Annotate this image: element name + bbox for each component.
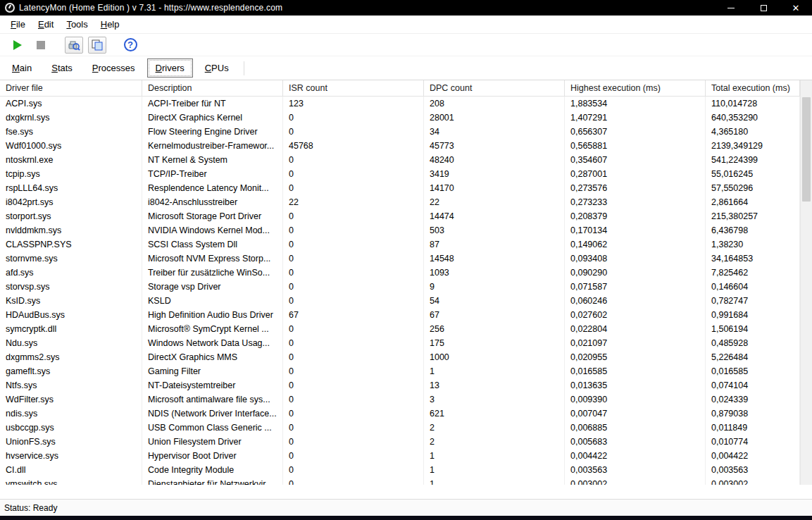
table-row[interactable]: dxgkrnl.sysDirectX Graphics Kernel028001… <box>0 111 800 125</box>
table-cell: 621 <box>424 407 565 421</box>
table-cell: 34 <box>424 125 565 139</box>
table-cell: 0 <box>283 167 424 181</box>
table-cell: 0,027602 <box>565 308 706 322</box>
table-cell: 0,485928 <box>706 336 800 350</box>
table-cell: WdFilter.sys <box>0 392 142 407</box>
table-cell: storport.sys <box>0 209 142 223</box>
table-cell: 541,224399 <box>706 153 800 167</box>
tab-processes[interactable]: Processes <box>85 59 143 77</box>
menu-item-help[interactable]: Help <box>94 17 126 32</box>
help-button[interactable]: ? <box>121 37 139 54</box>
table-cell: i8042prt.sys <box>0 195 142 209</box>
table-cell: 640,353290 <box>706 111 800 125</box>
table-cell: 0,090290 <box>565 266 706 280</box>
start-monitor-button[interactable] <box>8 37 27 54</box>
table-cell: 0,208379 <box>565 209 706 223</box>
table-cell: 0,273576 <box>565 181 706 195</box>
column-header-highest-execution-ms-[interactable]: Highest execution (ms) <box>565 80 706 96</box>
stop-monitor-button[interactable] <box>32 37 50 54</box>
table-row[interactable]: HDAudBus.sysHigh Definition Audio Bus Dr… <box>0 308 800 322</box>
driver-tool-button[interactable] <box>65 37 83 54</box>
table-cell: 0 <box>283 153 424 167</box>
tab-stats[interactable]: Stats <box>44 59 80 77</box>
copy-icon <box>91 39 104 51</box>
table-row[interactable]: i8042prt.sysi8042-Anschlusstreiber22220,… <box>0 195 800 209</box>
table-row[interactable]: gameflt.sysGaming Filter010,0165850,0165… <box>0 364 800 378</box>
table-cell: 1 <box>424 449 565 463</box>
column-header-driver-file[interactable]: Driver file <box>0 80 142 96</box>
table-row[interactable]: WdFilter.sysMicrosoft antimalware file s… <box>0 392 800 407</box>
table-cell: 0,009390 <box>565 392 706 407</box>
driver-search-icon <box>68 39 80 51</box>
table-cell: NT-Dateisystemtreiber <box>142 378 283 392</box>
table-cell: 0 <box>283 350 424 364</box>
column-header-total-execution-ms-[interactable]: Total execution (ms) <box>706 80 800 96</box>
column-header-description[interactable]: Description <box>142 80 283 96</box>
table-cell: 208 <box>424 97 565 111</box>
table-cell: 1 <box>424 477 565 485</box>
table-cell: vmswitch.sys <box>0 477 142 485</box>
table-row[interactable]: hvservice.sysHypervisor Boot Driver010,0… <box>0 449 800 463</box>
minimize-button[interactable] <box>715 0 747 16</box>
table-cell: 2,861664 <box>706 195 800 209</box>
table-cell: 14548 <box>424 252 565 266</box>
table-row[interactable]: vmswitch.sysDienstanbieter für Netzwerkv… <box>0 477 800 485</box>
table-cell: 0,016585 <box>565 364 706 378</box>
table-cell: 48240 <box>424 153 565 167</box>
table-row[interactable]: ndis.sysNDIS (Network Driver Interface..… <box>0 407 800 421</box>
menu-item-edit[interactable]: Edit <box>32 17 60 32</box>
column-header-dpc-count[interactable]: DPC count <box>424 80 565 96</box>
table-row[interactable]: Wdf01000.sysKernelmodustreiber-Framewor.… <box>0 139 800 153</box>
table-row[interactable]: CI.dllCode Integrity Module010,0035630,0… <box>0 463 800 477</box>
table-cell: ndis.sys <box>0 407 142 421</box>
maximize-button[interactable] <box>747 0 780 16</box>
table-cell: 9 <box>424 280 565 294</box>
menu-item-tools[interactable]: Tools <box>60 17 94 32</box>
tab-main[interactable]: Main <box>4 59 39 77</box>
table-row[interactable]: usbccgp.sysUSB Common Class Generic ...0… <box>0 421 800 435</box>
table-row[interactable]: fse.sysFlow Steering Engine Driver0340,6… <box>0 125 800 139</box>
table-cell: Wdf01000.sys <box>0 139 142 153</box>
table-row[interactable]: Ntfs.sysNT-Dateisystemtreiber0130,013635… <box>0 378 800 392</box>
status-bar: Status: Ready <box>0 499 812 516</box>
table-row[interactable]: UnionFS.sysUnion Filesystem Driver020,00… <box>0 435 800 449</box>
table-cell: 123 <box>283 97 424 111</box>
table-cell: 28001 <box>424 111 565 125</box>
table-row[interactable]: afd.sysTreiber für zusätzliche WinSo...0… <box>0 266 800 280</box>
table-cell: 2139,349129 <box>706 139 800 153</box>
help-icon: ? <box>124 38 137 51</box>
table-row[interactable]: dxgmms2.sysDirectX Graphics MMS010000,02… <box>0 350 800 364</box>
close-button[interactable]: ✕ <box>780 0 812 16</box>
table-cell: Hypervisor Boot Driver <box>142 449 283 463</box>
tab-drivers[interactable]: Drivers <box>147 58 193 78</box>
table-cell: ACPI.sys <box>0 97 142 111</box>
table-cell: 0,273233 <box>565 195 706 209</box>
table-row[interactable]: KsID.sysKSLD0540,0602460,782747 <box>0 294 800 308</box>
table-row[interactable]: symcryptk.dllMicrosoft® SymCrypt Kernel … <box>0 322 800 336</box>
table-cell: 0,004422 <box>706 449 800 463</box>
vertical-scrollbar[interactable] <box>800 80 812 485</box>
table-row[interactable]: storport.sysMicrosoft Storage Port Drive… <box>0 209 800 223</box>
table-cell: 67 <box>424 308 565 322</box>
table-cell: 1,883534 <box>565 97 706 111</box>
table-row[interactable]: ACPI.sysACPI-Treiber für NT1232081,88353… <box>0 97 800 111</box>
table-cell: 0 <box>283 449 424 463</box>
table-row[interactable]: CLASSPNP.SYSSCSI Class System Dll0870,14… <box>0 237 800 252</box>
table-row[interactable]: stornvme.sysMicrosoft NVM Express Storp.… <box>0 252 800 266</box>
table-cell: 0,149062 <box>565 237 706 252</box>
table-cell: 0,565881 <box>565 139 706 153</box>
copy-report-button[interactable] <box>88 37 106 54</box>
table-row[interactable]: nvlddmkm.sysNVIDIA Windows Kernel Mod...… <box>0 223 800 237</box>
table-row[interactable]: ntoskrnl.exeNT Kernel & System0482400,35… <box>0 153 800 167</box>
menu-item-file[interactable]: File <box>4 17 32 32</box>
column-header-isr-count[interactable]: ISR count <box>283 80 424 96</box>
table-row[interactable]: rspLLL64.sysResplendence Latency Monit..… <box>0 181 800 195</box>
scrollbar-thumb[interactable] <box>802 97 811 202</box>
table-row[interactable]: Ndu.sysWindows Network Data Usag...01750… <box>0 336 800 350</box>
tab-cpus[interactable]: CPUs <box>197 59 237 77</box>
table-row[interactable]: storvsp.sysStorage vsp Driver090,0715870… <box>0 280 800 294</box>
table-cell: 0,656307 <box>565 125 706 139</box>
table-cell: Dienstanbieter für Netzwerkvir... <box>142 477 283 485</box>
table-cell: CLASSPNP.SYS <box>0 237 142 252</box>
table-row[interactable]: tcpip.sysTCP/IP-Treiber034190,28700155,0… <box>0 167 800 181</box>
